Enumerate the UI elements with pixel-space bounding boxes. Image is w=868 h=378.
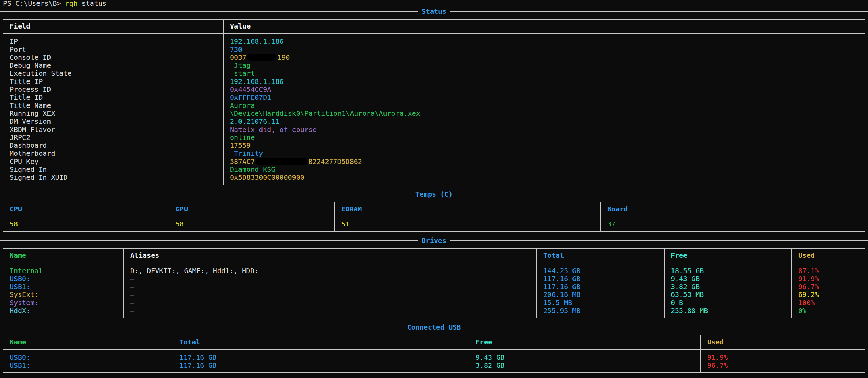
drive-free: 0 B [671,299,787,307]
usb-free-column: 9.43 GB 3.82 GB [469,350,700,373]
drive-used: 87.1% [798,267,860,275]
redaction-mark [256,158,307,165]
status-field-label: Running XEX [10,110,218,118]
temps-table-body: 58 58 51 37 [3,216,865,231]
temps-header-cpu: CPU [3,202,169,216]
section-rule-temps: Temps (C) [0,189,868,199]
drive-total: 206.16 MB [543,291,659,299]
status-value: Diamond KSG [230,166,860,174]
rule-line [0,11,418,12]
rule-line [0,327,403,327]
drive-aliases: – [130,283,532,291]
usb-header-free: Free [469,335,700,349]
section-title-drives: Drives [422,236,446,245]
rule-line [450,11,868,12]
usb-name-column: USB0: USB1: [3,350,173,373]
status-value: 192.168.1.186 [230,37,860,45]
drives-header-aliases: Aliases [123,249,536,262]
status-value: 0x4454CC9A [230,86,860,93]
status-value: Natelx did, of course [230,126,860,134]
drives-table: Name Aliases Total Free Used Internal US… [3,248,865,318]
prompt-command: rgh [65,0,78,8]
drives-free-column: 18.55 GB 9.43 GB 3.82 GB 63.53 MB 0 B 25… [664,263,791,318]
status-field-label: JRPC2 [10,134,218,142]
drive-aliases: – [130,307,532,315]
status-field-label: IP [10,37,218,45]
drive-aliases: D:, DEVKIT:, GAME:, Hdd1:, HDD: [130,267,532,275]
drives-table-header: Name Aliases Total Free Used [3,249,865,263]
temps-gpu-cell: 58 [169,216,334,231]
status-value: Aurora [230,102,860,110]
drives-aliases-column: D:, DEVKIT:, GAME:, Hdd1:, HDD: – – – – … [123,263,536,318]
drive-total: 144.25 GB [543,267,659,275]
status-value: 192.168.1.186 [230,78,860,86]
status-value: 730 [230,46,860,54]
status-value-redacted: 0037190 [230,54,860,62]
console-id-suffix: 190 [277,53,290,62]
drive-aliases: – [130,291,532,299]
drive-total: 117.16 GB [543,275,659,283]
drive-name: HddX: [10,307,119,315]
usb-free: 9.43 GB [476,354,695,362]
drive-name: Internal [10,267,119,275]
drives-table-body: Internal USB0: USB1: SysExt: System: Hdd… [3,263,865,318]
status-field-label: Console ID [10,54,218,62]
status-field-label: DM Version [10,118,218,125]
status-value: Jtag [230,62,860,69]
drives-name-column: Internal USB0: USB1: SysExt: System: Hdd… [3,263,123,318]
temps-board-cell: 37 [600,216,865,231]
drive-name: System: [10,299,119,307]
drive-used: 91.9% [798,275,860,283]
status-field-label: Dashboard [10,142,218,149]
drives-header-free: Free [664,249,791,262]
section-title-temps: Temps (C) [415,190,453,198]
temps-header-board: Board [600,202,865,216]
drive-aliases: – [130,299,532,307]
drive-used: 100% [798,299,860,307]
temps-edram-value: 51 [341,220,596,228]
drive-used: 96.7% [798,283,860,291]
status-value: 0x5D83300C00000900 [230,174,860,181]
status-field-label: Port [10,46,218,54]
usb-used: 91.9% [707,354,860,362]
drive-free: 18.55 GB [671,267,787,275]
status-value: 2.0.21076.11 [230,118,860,125]
status-value: start [230,69,860,77]
status-field-column: IP Port Console ID Debug Name Execution … [3,34,223,184]
status-value: online [230,134,860,142]
drive-name: USB1: [10,283,119,291]
status-field-label: Process ID [10,86,218,93]
temps-table: CPU GPU EDRAM Board 58 58 51 37 [3,202,865,232]
terminal-window[interactable]: PS C:\Users\B> rgh status Status Field V… [0,1,868,373]
usb-header-used: Used [700,335,865,349]
temps-edram-cell: 51 [334,216,600,231]
usb-table-header: Name Total Free Used [3,335,865,349]
drives-header-total: Total [536,249,664,262]
usb-name: USB0: [10,354,168,362]
status-field-label: Debug Name [10,62,218,69]
usb-used-column: 91.9% 96.7% [700,350,865,373]
status-field-label: Signed In [10,166,218,174]
temps-header-gpu: GPU [169,202,334,216]
status-value-column: 192.168.1.186 730 0037190 Jtag start 192… [223,34,865,184]
usb-table-body: USB0: USB1: 117.16 GB 117.16 GB 9.43 GB … [3,350,865,373]
rule-line [457,194,868,194]
section-rule-drives: Drives [0,236,868,245]
status-value: 17559 [230,142,860,149]
status-field-label: XBDM Flavor [10,126,218,134]
usb-total: 117.16 GB [179,362,464,369]
temps-table-header: CPU GPU EDRAM Board [3,202,865,216]
temps-board-value: 37 [607,220,860,228]
usb-total: 117.16 GB [179,354,464,362]
usb-name: USB1: [10,362,168,369]
drive-total: 117.16 GB [543,283,659,291]
cpu-key-suffix: B224277D5D862 [308,157,362,166]
drives-header-used: Used [791,249,865,262]
drive-name: SysExt: [10,291,119,299]
temps-cpu-cell: 58 [3,216,169,231]
status-field-label: Title IP [10,78,218,86]
drive-free: 3.82 GB [671,283,787,291]
section-title-usb: Connected USB [407,323,461,331]
status-field-label: Execution State [10,69,218,77]
drive-free: 9.43 GB [671,275,787,283]
